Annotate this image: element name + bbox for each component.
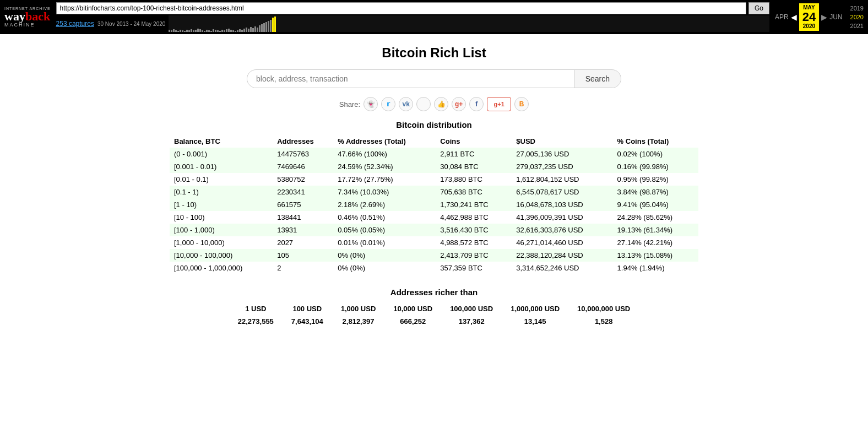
cell-pct_coins: 9.41% (95.04%) (613, 198, 698, 211)
distribution-table: Balance, BTC Addresses % Addresses (Tota… (170, 135, 698, 274)
distribution-row: [1,000 - 10,000)20270.01% (0.01%)4,988,5… (170, 236, 698, 249)
gplus-share-button[interactable]: g+ (452, 97, 466, 111)
cell-pct_addr: 24.59% (52.34%) (333, 160, 436, 173)
captures-date: 30 Nov 2013 - 24 May 2020 (97, 21, 165, 27)
timeline-bar (169, 15, 769, 32)
cell-balance: [0.001 - 0.01) (170, 160, 273, 173)
cell-addresses: 5380752 (273, 173, 333, 186)
richer-col-header: 1 USD (229, 302, 283, 315)
richer-value: 137,362 (441, 315, 502, 328)
year-nav: APR ◀ MAY 24 2020 ▶ JUN (775, 3, 843, 31)
prev-year-label: APR (775, 13, 789, 21)
like-share-button[interactable]: 👍 (434, 97, 448, 111)
vk-share-button[interactable]: vk (399, 97, 413, 111)
distribution-row: (0 - 0.001)1447576347.66% (100%)2,911 BT… (170, 148, 698, 160)
search-button[interactable]: Search (574, 70, 621, 88)
cell-usd: 22,388,120,284 USD (512, 249, 612, 262)
cell-balance: [100,000 - 1,000,000) (170, 262, 273, 274)
distribution-row: [0.01 - 0.1)538075217.72% (27.75%)173,88… (170, 173, 698, 186)
url-row: Go (56, 2, 769, 14)
cell-pct_addr: 0% (0%) (333, 249, 436, 262)
cell-pct_addr: 0.01% (0.01%) (333, 236, 436, 249)
cell-coins: 705,638 BTC (436, 186, 512, 198)
col-coins: Coins (436, 135, 512, 148)
facebook-share-button[interactable]: f (469, 97, 484, 111)
cell-balance: [10,000 - 100,000) (170, 249, 273, 262)
main-content: Bitcoin Rich List Search Share: 👻 𝕣 vk 👍… (159, 34, 709, 339)
cell-usd: 3,314,652,246 USD (512, 262, 612, 274)
go-button[interactable]: Go (748, 2, 769, 14)
twitter-share-button[interactable]: 𝕣 (381, 97, 395, 111)
distribution-row: [100,000 - 1,000,000)20% (0%)357,359 BTC… (170, 262, 698, 274)
prev-arrow[interactable]: ◀ (791, 13, 797, 21)
cell-coins: 173,880 BTC (436, 173, 512, 186)
richer-value: 13,145 (502, 315, 568, 328)
richer-title: Addresses richer than (170, 288, 698, 297)
cell-addresses: 661575 (273, 198, 333, 211)
cell-coins: 4,988,572 BTC (436, 236, 512, 249)
cell-pct_addr: 47.66% (100%) (333, 148, 436, 160)
col-usd: $USD (512, 135, 612, 148)
cell-pct_coins: 1.94% (1.94%) (613, 262, 698, 274)
cell-addresses: 2 (273, 262, 333, 274)
richer-section: Addresses richer than 1 USD100 USD1,000 … (170, 288, 698, 328)
next-arrow[interactable]: ▶ (821, 13, 827, 21)
cell-pct_coins: 19.13% (61.34%) (613, 224, 698, 236)
richer-col-header: 100 USD (283, 302, 332, 315)
cell-pct_coins: 24.28% (85.62%) (613, 211, 698, 224)
cell-usd: 279,037,235 USD (512, 160, 612, 173)
richer-col-header: 1,000 USD (332, 302, 385, 315)
cell-pct_addr: 0.05% (0.05%) (333, 224, 436, 236)
richer-value: 22,273,555 (229, 315, 283, 328)
distribution-section: Bitcoin distribution Balance, BTC Addres… (170, 120, 698, 274)
search-input[interactable] (247, 70, 574, 88)
reddit-share-button[interactable]: 👻 (364, 97, 378, 111)
cell-usd: 27,005,136 USD (512, 148, 612, 160)
cell-balance: (0 - 0.001) (170, 148, 273, 160)
cell-pct_addr: 0.46% (0.51%) (333, 211, 436, 224)
url-bar-area: Go 253 captures 30 Nov 2013 - 24 May 202… (56, 2, 769, 32)
cell-pct_coins: 3.84% (98.87%) (613, 186, 698, 198)
richer-value: 2,812,397 (332, 315, 385, 328)
cell-balance: [1 - 10) (170, 198, 273, 211)
richer-col-header: 1,000,000 USD (502, 302, 568, 315)
col-pct-addr: % Addresses (Total) (333, 135, 436, 148)
machine-label: Machine (4, 23, 35, 28)
cell-addresses: 14475763 (273, 148, 333, 160)
weibo-share-button[interactable] (416, 97, 431, 111)
richer-values-row: 22,273,5557,643,1042,812,397666,252137,3… (229, 315, 639, 328)
next-year-label: JUN (829, 13, 842, 21)
wayback-machine-logo: wayback (4, 10, 50, 23)
cell-coins: 2,413,709 BTC (436, 249, 512, 262)
year-range: 2019 2020 2021 (850, 5, 864, 29)
search-box-wrapper: Search (247, 69, 621, 88)
distribution-row: [1 - 10)6615752.18% (2.69%)1,730,241 BTC… (170, 198, 698, 211)
url-input[interactable] (56, 2, 746, 14)
cell-coins: 3,516,430 BTC (436, 224, 512, 236)
active-day: 24 (802, 11, 816, 23)
search-area: Search (170, 69, 698, 88)
page-title-area: Bitcoin Rich List (170, 45, 698, 61)
cell-usd: 6,545,078,617 USD (512, 186, 612, 198)
cell-balance: [10 - 100) (170, 211, 273, 224)
cell-pct_coins: 0.95% (99.82%) (613, 173, 698, 186)
captures-link[interactable]: 253 captures (56, 20, 94, 28)
gplusone-share-button[interactable]: g+1 (487, 97, 511, 111)
cell-balance: [0.1 - 1) (170, 186, 273, 198)
distribution-row: [10,000 - 100,000)1050% (0%)2,413,709 BT… (170, 249, 698, 262)
cell-usd: 16,048,678,103 USD (512, 198, 612, 211)
wayback-logo: INTERNET ARCHIVE wayback Machine (4, 7, 51, 28)
col-balance: Balance, BTC (170, 135, 273, 148)
year-2020: 2020 (850, 14, 864, 20)
cell-coins: 2,911 BTC (436, 148, 512, 160)
cell-coins: 4,462,988 BTC (436, 211, 512, 224)
richer-table: 1 USD100 USD1,000 USD10,000 USD100,000 U… (229, 302, 639, 328)
cell-balance: [1,000 - 10,000) (170, 236, 273, 249)
cell-usd: 1,612,804,152 USD (512, 173, 612, 186)
richer-value: 666,252 (384, 315, 441, 328)
active-year: 2020 (803, 23, 815, 30)
year-2019: 2019 (850, 5, 864, 12)
blogger-share-button[interactable]: B (514, 97, 529, 111)
col-addresses: Addresses (273, 135, 333, 148)
page-title: Bitcoin Rich List (170, 45, 698, 61)
